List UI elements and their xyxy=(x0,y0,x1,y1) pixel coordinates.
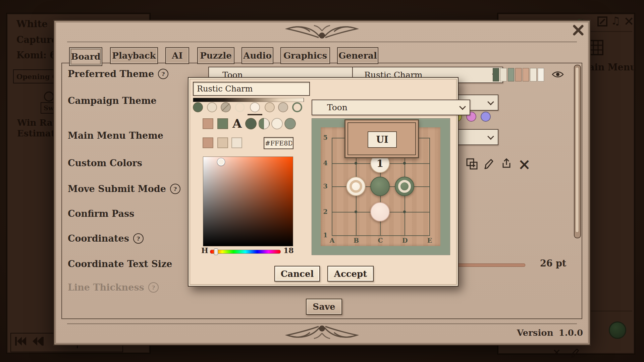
help-icon[interactable]: ? xyxy=(170,184,180,194)
element-swatch-stone-light[interactable] xyxy=(271,118,283,129)
tab-audio[interactable]: Audio xyxy=(241,47,273,64)
hue-slider[interactable] xyxy=(210,250,281,254)
sv-picker-cursor[interactable] xyxy=(217,158,225,166)
ui-theme-preview: UI xyxy=(344,119,419,158)
accept-button[interactable]: Accept xyxy=(327,266,374,282)
ornament-top xyxy=(268,23,376,42)
palette-chip xyxy=(515,68,522,81)
setting-label: Main Menu Theme xyxy=(68,130,163,141)
tab-board[interactable]: Board xyxy=(69,47,102,66)
style-dropdown[interactable]: Toon xyxy=(312,100,470,115)
hex-color-input[interactable] xyxy=(264,137,293,149)
hue-label: H xyxy=(201,246,208,255)
theme-swatch[interactable] xyxy=(278,102,288,112)
element-swatch-stone-split[interactable] xyxy=(258,118,270,129)
row-coordinate: 4 xyxy=(323,159,328,167)
palette-chip xyxy=(530,68,536,81)
star-point xyxy=(403,210,406,213)
theme-swatch[interactable] xyxy=(221,102,231,112)
save-button[interactable]: Save xyxy=(306,299,342,315)
ui-preview-label: UI xyxy=(368,131,397,148)
element-swatch-text[interactable]: A xyxy=(232,116,242,130)
shade-swatch[interactable] xyxy=(203,137,213,148)
tab-graphics[interactable]: Graphics xyxy=(280,47,330,64)
setting-coordinates: Coordinates ? xyxy=(68,233,144,244)
element-swatch-board[interactable] xyxy=(203,118,213,129)
palette-chip xyxy=(500,68,506,81)
row-coordinate: 5 xyxy=(323,134,328,141)
tab-playback[interactable]: Playback xyxy=(110,47,158,64)
stone-white-ringed xyxy=(346,177,366,196)
tab-general[interactable]: General xyxy=(337,47,378,64)
tab-ai-label: AI xyxy=(172,51,182,61)
theme-swatch-selected[interactable] xyxy=(250,102,260,112)
element-swatch-stone-dark[interactable] xyxy=(245,118,257,129)
eye-icon[interactable] xyxy=(551,70,564,79)
edit-pencil-icon[interactable] xyxy=(483,158,494,169)
version-label: Version xyxy=(517,328,553,338)
setting-label: Campaign Theme xyxy=(68,96,157,106)
theme-swatch[interactable] xyxy=(292,102,302,112)
save-button-label: Save xyxy=(313,302,335,312)
ornament-bottom xyxy=(268,322,376,341)
star-point xyxy=(403,162,406,165)
cancel-button-label: Cancel xyxy=(281,269,314,279)
setting-label: Preferred Theme xyxy=(68,69,154,79)
tab-puzzle[interactable]: Puzzle xyxy=(197,47,234,64)
col-coordinate: D xyxy=(402,237,408,244)
duplicate-icon[interactable] xyxy=(466,158,478,170)
help-icon[interactable]: ? xyxy=(133,233,144,244)
color-picker-dialog: A H 18 Toon xyxy=(188,77,459,287)
row-coordinate: 1 xyxy=(323,231,328,239)
chevron-down-icon xyxy=(459,103,466,110)
setting-label: Coordinate Text Size xyxy=(68,259,172,269)
setting-move-submit-mode: Move Submit Mode ? xyxy=(68,184,180,194)
theme-swatch[interactable] xyxy=(207,102,217,112)
row-coordinate: 2 xyxy=(323,208,328,215)
screen: White Captures: Komi: 6 Opening G Sw Win… xyxy=(0,0,644,362)
chevron-down-icon xyxy=(487,133,494,140)
help-icon[interactable]: ? xyxy=(158,69,168,79)
tab-audio-label: Audio xyxy=(243,51,271,61)
setting-main-menu-theme: Main Menu Theme xyxy=(68,130,163,141)
tab-board-label: Board xyxy=(71,52,100,62)
value-gradient-preview xyxy=(193,98,304,102)
close-button[interactable] xyxy=(572,23,585,38)
tab-graphics-label: Graphics xyxy=(283,51,327,61)
coordinate-text-size-value: 26 pt xyxy=(540,258,566,268)
shade-swatch[interactable] xyxy=(231,137,242,148)
hue-slider-thumb[interactable] xyxy=(214,248,218,255)
star-point xyxy=(355,210,357,213)
color-dot[interactable] xyxy=(481,112,491,122)
theme-name-input[interactable] xyxy=(193,82,310,96)
palette-chip xyxy=(523,68,529,81)
version-text: Version 1.0.0 xyxy=(517,328,583,338)
row-coordinate: 3 xyxy=(323,182,328,190)
setting-label: Confirm Pass xyxy=(68,208,134,219)
setting-label: Custom Colors xyxy=(68,158,142,168)
theme-swatch[interactable] xyxy=(235,102,245,112)
settings-scrollbar-thumb[interactable] xyxy=(575,67,579,233)
swatch-selection-underline xyxy=(248,114,262,115)
element-swatch-stone-gray[interactable] xyxy=(284,118,296,129)
setting-label: Move Submit Mode xyxy=(68,184,166,194)
settings-scrollbar[interactable] xyxy=(574,65,581,238)
saturation-value-picker[interactable] xyxy=(203,157,293,246)
accept-button-label: Accept xyxy=(334,269,367,279)
tab-ai[interactable]: AI xyxy=(165,47,189,64)
setting-line-thickness: Line Thickness ? xyxy=(68,282,159,293)
col-coordinate: E xyxy=(427,237,432,244)
theme-swatch[interactable] xyxy=(193,102,203,112)
palette-chip xyxy=(538,68,544,81)
setting-preferred-theme: Preferred Theme ? xyxy=(68,69,168,79)
export-icon[interactable] xyxy=(501,158,512,169)
setting-label: Coordinates xyxy=(68,233,129,244)
star-point xyxy=(355,162,357,165)
theme-swatch[interactable] xyxy=(265,102,275,112)
delete-icon[interactable]: × xyxy=(518,155,531,173)
chevron-down-icon xyxy=(487,99,494,105)
top-rule xyxy=(67,42,577,42)
cancel-button[interactable]: Cancel xyxy=(274,266,320,282)
element-swatch-frame[interactable] xyxy=(217,118,228,129)
shade-swatch[interactable] xyxy=(217,137,228,148)
